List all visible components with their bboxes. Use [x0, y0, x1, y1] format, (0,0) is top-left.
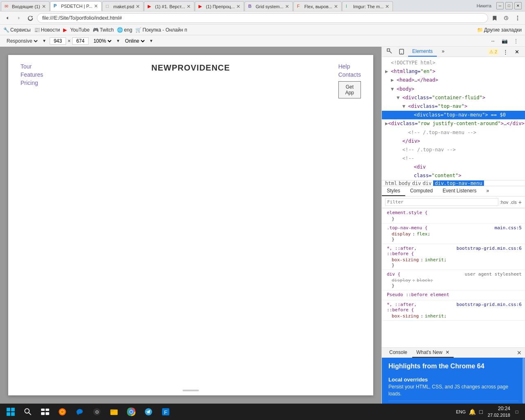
- rule-selector-pseudo[interactable]: Pseudo ::before element: [387, 292, 522, 297]
- rule-selector-topnavmenu[interactable]: .top-nav-menu {: [387, 225, 427, 231]
- close-whatsnew[interactable]: ✕: [445, 349, 450, 355]
- nav-link-pricing[interactable]: Pricing: [21, 80, 43, 86]
- close-button[interactable]: ✕: [514, 2, 522, 9]
- bookmark-eng[interactable]: 🌐 eng: [117, 27, 132, 33]
- tab-yt1[interactable]: ▶ (1) #1. Верст... ✕: [144, 1, 194, 11]
- styles-tab-styles[interactable]: Styles: [382, 186, 405, 196]
- dom-line-divopen[interactable]: <div: [382, 163, 525, 171]
- breadcrumb-topnavmenu[interactable]: div.top-nav-menu: [433, 180, 484, 186]
- dom-line-html[interactable]: ▶ <html lang="en">: [382, 67, 525, 76]
- breadcrumb-div2[interactable]: div: [423, 180, 432, 186]
- get-app-button[interactable]: Get App: [338, 81, 361, 98]
- online-select[interactable]: Online: [123, 38, 146, 44]
- tab-close-gmail[interactable]: ✕: [42, 4, 46, 9]
- dom-line-comment1[interactable]: <!-- /.top-nav-menu -->: [382, 128, 525, 137]
- nav-link-contacts[interactable]: Contacts: [338, 71, 361, 78]
- refresh-button[interactable]: [25, 13, 35, 23]
- bookmark-twitch[interactable]: 🎮 Twitch: [93, 27, 114, 33]
- dom-line-topnav[interactable]: ▼ <div class="top-nav">: [382, 102, 525, 111]
- tab-bs[interactable]: B Grid system... ✕: [244, 1, 293, 11]
- devtools-device-button[interactable]: [397, 47, 406, 57]
- dom-line-comment3[interactable]: <!--: [382, 154, 525, 163]
- nav-link-tour[interactable]: Tour: [21, 63, 43, 70]
- bottom-tab-whatsnew[interactable]: What's New ✕: [412, 348, 454, 358]
- dom-line-closediv[interactable]: </div>: [382, 137, 525, 146]
- bottom-tab-console[interactable]: Console: [385, 348, 411, 358]
- rule-selector-universal[interactable]: *, ::after,::before {: [387, 246, 417, 256]
- dom-line-body[interactable]: ▼ <body>: [382, 85, 525, 94]
- nav-link-help[interactable]: Help: [338, 63, 361, 70]
- tab-psdetch[interactable]: P PSDETCH | P... ✕: [50, 1, 102, 11]
- tab-close-bs[interactable]: ✕: [285, 4, 289, 9]
- back-button[interactable]: [2, 13, 12, 23]
- tab-close-yt1[interactable]: ✕: [187, 4, 191, 9]
- viewport-more-icon[interactable]: ⋮: [512, 37, 520, 45]
- expand-container[interactable]: ▼: [397, 94, 402, 102]
- bottom-panel-close[interactable]: ✕: [517, 349, 522, 356]
- tab-close-psdetch[interactable]: ✕: [94, 3, 98, 9]
- extensions-button[interactable]: [501, 13, 511, 23]
- rule-selector-div[interactable]: div {: [387, 272, 400, 277]
- tab-flex[interactable]: F Flex, выров... ✕: [293, 1, 342, 11]
- nav-link-features[interactable]: Features: [21, 71, 43, 78]
- dom-line-row[interactable]: ▶ <div class="row justify-content-around…: [382, 119, 525, 128]
- tab-close-maket[interactable]: ✕: [136, 4, 140, 9]
- rotate-icon[interactable]: ↔: [489, 37, 497, 45]
- tab-close-flex[interactable]: ✕: [334, 4, 338, 9]
- viewport-mode-select[interactable]: Responsive: [5, 38, 39, 44]
- styles-filter-input[interactable]: [385, 198, 498, 206]
- tab-elements[interactable]: Elements: [408, 47, 437, 57]
- dom-line-doctype[interactable]: <!DOCTYPE html>: [382, 59, 525, 67]
- dom-line-topnavmenu[interactable]: <div class="top-nav-menu"> == $0: [382, 111, 525, 119]
- rule-source-topnavmenu[interactable]: main.css:5: [495, 225, 522, 231]
- highlights-scrollbar[interactable]: [523, 358, 525, 404]
- tab-close-imgur[interactable]: ✕: [385, 4, 389, 9]
- viewport-height-input[interactable]: [72, 37, 89, 45]
- tab-gmail[interactable]: ✉ Входящие (1) ✕: [1, 1, 50, 11]
- filter-hov[interactable]: :hov: [500, 200, 509, 205]
- breadcrumb-html[interactable]: html: [385, 180, 397, 186]
- tab-more-panels[interactable]: »: [438, 47, 449, 57]
- bookmark-other[interactable]: 📁 Другие закладки: [477, 27, 522, 33]
- dom-line-head[interactable]: ▶ <head>…</head>: [382, 76, 525, 84]
- minimize-button[interactable]: ─: [496, 2, 504, 9]
- dom-line-classattr[interactable]: class="content">: [382, 171, 525, 180]
- styles-tab-more[interactable]: »: [482, 186, 494, 196]
- expand-html[interactable]: ▶: [385, 68, 391, 75]
- tab-yt2[interactable]: ▶ (1) Препроц... ✕: [195, 1, 244, 11]
- tab-maket[interactable]: □ maket.psd ✕: [102, 1, 144, 11]
- rule-selector-universal2[interactable]: *, ::after,::before {: [387, 302, 417, 313]
- bookmark-youtube[interactable]: ▶ YouTube: [63, 27, 89, 33]
- dom-line-comment2[interactable]: <!-- /.top-nav -->: [382, 146, 525, 154]
- menu-button[interactable]: [513, 13, 523, 23]
- breadcrumb-body[interactable]: body: [399, 180, 411, 186]
- zoom-select[interactable]: 100%: [92, 38, 113, 44]
- rule-source-universal2[interactable]: bootstrap-grid.min.css:6: [457, 302, 522, 313]
- tab-imgur[interactable]: I Imgur: The m... ✕: [342, 1, 393, 11]
- expand-row[interactable]: ▶: [385, 120, 388, 128]
- forward-button[interactable]: [14, 13, 24, 23]
- rule-source-universal[interactable]: bootstrap-grid.min.css:6: [457, 246, 522, 257]
- bookmark-novosti[interactable]: 📰 Новости: [34, 27, 60, 33]
- breadcrumb-div1[interactable]: div: [412, 180, 421, 186]
- rule-selector-element[interactable]: element.style {: [387, 210, 522, 215]
- devtools-inspect-button[interactable]: [385, 47, 395, 57]
- filter-add[interactable]: +: [518, 199, 522, 205]
- bookmark-pokupka[interactable]: 🛒 Покупка - Онлайн п: [135, 27, 187, 33]
- expand-head[interactable]: ▶: [391, 76, 397, 84]
- bookmark-button[interactable]: [490, 13, 500, 23]
- styles-tab-computed[interactable]: Computed: [405, 186, 438, 196]
- viewport-width-input[interactable]: [50, 37, 66, 45]
- bookmark-sервисы[interactable]: 🔧 Сервисы: [3, 27, 31, 33]
- styles-tab-eventlisteners[interactable]: Event Listeners: [438, 186, 482, 196]
- capture-icon[interactable]: 📷: [500, 37, 509, 45]
- tab-close-yt2[interactable]: ✕: [236, 4, 240, 9]
- address-bar[interactable]: file:///E:/Site/To/portfolio/indext.html…: [37, 13, 488, 23]
- expand-topnav[interactable]: ▼: [402, 103, 408, 110]
- filter-cls[interactable]: .cls: [510, 200, 517, 205]
- maximize-button[interactable]: □: [505, 2, 513, 9]
- dom-line-container[interactable]: ▼ <div class="container-fluid">: [382, 94, 525, 102]
- expand-body[interactable]: ▼: [391, 85, 397, 93]
- devtools-close-button[interactable]: ✕: [512, 47, 522, 57]
- devtools-settings-button[interactable]: ⋮: [500, 47, 510, 57]
